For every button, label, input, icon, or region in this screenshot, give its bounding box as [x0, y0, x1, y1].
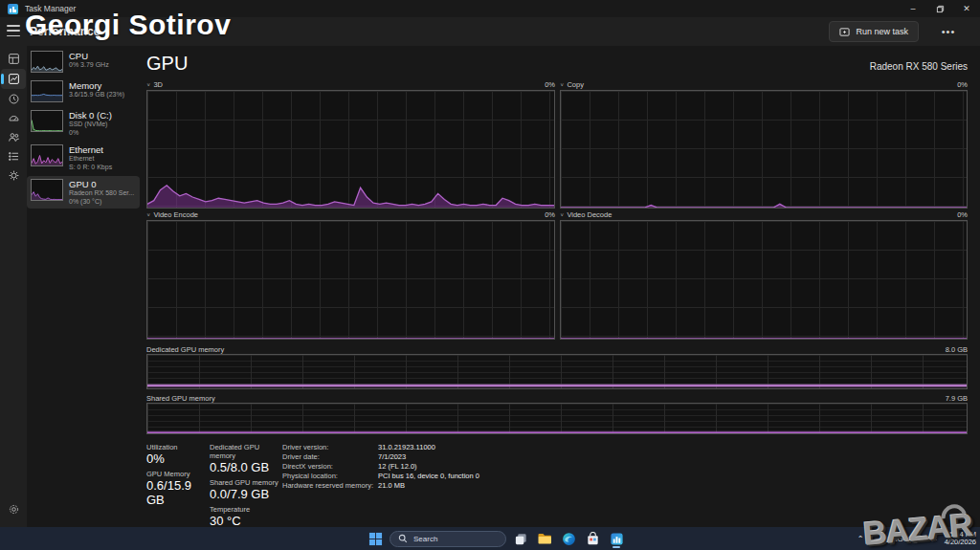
run-new-task-icon — [839, 27, 850, 37]
start-button[interactable] — [366, 529, 385, 548]
services-icon — [8, 169, 20, 182]
task-view-button[interactable] — [511, 529, 530, 548]
nav-performance[interactable] — [1, 69, 26, 89]
utilization-value: 0% — [146, 451, 208, 466]
run-new-task-button[interactable]: Run new task — [829, 21, 919, 42]
search-placeholder: Search — [413, 535, 437, 543]
nav-details[interactable] — [1, 147, 26, 165]
edge-button[interactable] — [559, 529, 578, 548]
task-manager-icon — [610, 532, 624, 546]
performance-sidebar: CPU 0% 3.79 GHz Memory 3.6/15.9 GB (23%)… — [27, 48, 140, 210]
physical-location-value: PCI bus 16, device 0, function 0 — [378, 472, 479, 481]
physical-location-label: Physical location: — [282, 472, 378, 481]
ethernet-name: Ethernet — [69, 155, 112, 164]
chart-copy-label: Copy — [567, 80, 584, 89]
directx-version-label: DirectX version: — [282, 462, 378, 472]
chart-video-encode-label: Video Encode — [153, 210, 198, 219]
performance-icon — [8, 73, 20, 85]
temperature-label: Temperature — [210, 505, 282, 514]
task-manager-app-icon — [8, 4, 18, 14]
utilization-label: Utilization — [146, 443, 208, 451]
taskbar: Search ⌃ ENG — [0, 527, 980, 550]
cpu-thumbnail — [31, 51, 63, 73]
settings-gear-icon — [8, 503, 20, 516]
details-icon — [8, 150, 20, 163]
search-input[interactable]: Search — [390, 531, 506, 547]
disk-label: Disk 0 (C:) — [69, 110, 112, 121]
chart-3d-label: 3D — [153, 80, 163, 89]
disk-type: SSD (NVMe) — [69, 121, 112, 129]
disk-thumbnail — [31, 110, 63, 132]
file-explorer-button[interactable] — [535, 529, 554, 548]
temperature-value: 30 °C — [210, 514, 282, 528]
chevron-down-icon[interactable]: ∨ — [146, 211, 150, 217]
hamburger-icon[interactable] — [7, 25, 20, 36]
search-icon — [398, 534, 408, 543]
chart-copy-value: 0% — [957, 80, 968, 89]
shared-memory-stat-value: 0.0/7.9 GB — [210, 487, 282, 501]
shared-memory-label: Shared GPU memory — [146, 394, 215, 403]
sidebar-item-ethernet[interactable]: Ethernet Ethernet S: 0 R: 0 Kbps — [27, 142, 140, 174]
hardware-reserved-label: Hardware reserved memory: — [282, 481, 378, 491]
chart-copy — [560, 90, 968, 209]
shared-memory-scale: 7.9 GB — [946, 394, 968, 403]
directx-version-value: 12 (FL 12.0) — [378, 462, 417, 472]
nav-startup-apps[interactable] — [1, 109, 26, 127]
gpu-panel: GPU Radeon RX 580 Series ∨ 3D 0% ∨ Copy … — [146, 46, 968, 527]
task-view-icon — [514, 532, 528, 546]
dedicated-memory-stat-label: Dedicated GPU memory — [210, 443, 282, 460]
gpu-name: Radeon RX 580 Ser... — [69, 189, 134, 198]
nav-app-history[interactable] — [1, 90, 26, 108]
ethernet-label: Ethernet — [69, 144, 112, 155]
gpu-thumbnail — [31, 179, 63, 201]
file-explorer-icon — [537, 531, 552, 546]
chevron-down-icon[interactable]: ∨ — [146, 81, 150, 87]
memory-thumbnail — [31, 80, 63, 102]
minimize-button[interactable]: – — [900, 0, 926, 17]
driver-date-label: Driver date: — [282, 452, 378, 462]
memory-label: Memory — [69, 80, 124, 91]
sidebar-item-disk[interactable]: Disk 0 (C:) SSD (NVMe) 0% — [27, 107, 140, 140]
task-manager-taskbar-button[interactable] — [607, 529, 626, 548]
active-app-indicator — [612, 546, 620, 548]
nav-rail — [0, 46, 27, 527]
disk-stats: 0% — [69, 129, 112, 138]
startup-apps-icon — [8, 112, 20, 124]
chart-video-decode-label: Video Decode — [567, 210, 612, 219]
driver-version-label: Driver version: — [282, 443, 378, 452]
shared-memory-stat-label: Shared GPU memory — [210, 478, 282, 487]
chevron-down-icon[interactable]: ∨ — [560, 211, 564, 217]
nav-users[interactable] — [1, 128, 26, 146]
gpu-stats: Utilization 0% GPU Memory 0.6/15.9 GB De… — [146, 441, 968, 525]
store-icon — [586, 532, 600, 546]
dedicated-memory-stat-value: 0.5/8.0 GB — [210, 460, 282, 474]
hardware-reserved-value: 21.0 MB — [378, 481, 405, 491]
sidebar-item-gpu0[interactable]: GPU 0 Radeon RX 580 Ser... 0% (30 °C) — [27, 176, 140, 209]
store-button[interactable] — [583, 529, 602, 548]
gpu-memory-value: 0.6/15.9 GB — [146, 478, 208, 507]
restore-button[interactable] — [926, 0, 953, 17]
ethernet-thumbnail — [31, 144, 63, 166]
watermark-author: Georgi Sotirov — [25, 9, 231, 41]
nav-settings[interactable] — [8, 503, 20, 516]
nav-processes[interactable] — [1, 50, 26, 68]
users-icon — [8, 131, 20, 143]
gpu-title: GPU — [146, 46, 968, 78]
chart-video-decode-value: 0% — [957, 210, 968, 219]
ethernet-stats: S: 0 R: 0 Kbps — [69, 164, 112, 172]
cpu-stats: 0% 3.79 GHz — [69, 61, 109, 70]
chart-3d-value: 0% — [545, 80, 555, 89]
chevron-down-icon[interactable]: ∨ — [560, 81, 564, 87]
edge-icon — [562, 532, 576, 546]
gpu-label: GPU 0 — [69, 179, 134, 189]
close-button[interactable]: ✕ — [953, 0, 980, 17]
nav-services[interactable] — [1, 166, 26, 185]
chart-3d — [146, 90, 555, 209]
more-options-button[interactable]: ••• — [934, 21, 963, 42]
sidebar-item-memory[interactable]: Memory 3.6/15.9 GB (23%) — [27, 77, 140, 105]
sidebar-item-cpu[interactable]: CPU 0% 3.79 GHz — [27, 48, 140, 76]
gpu-device-name: Radeon RX 580 Series — [870, 61, 968, 72]
chart-dedicated-memory — [146, 354, 968, 389]
run-new-task-label: Run new task — [856, 27, 908, 36]
processes-icon — [8, 53, 20, 65]
